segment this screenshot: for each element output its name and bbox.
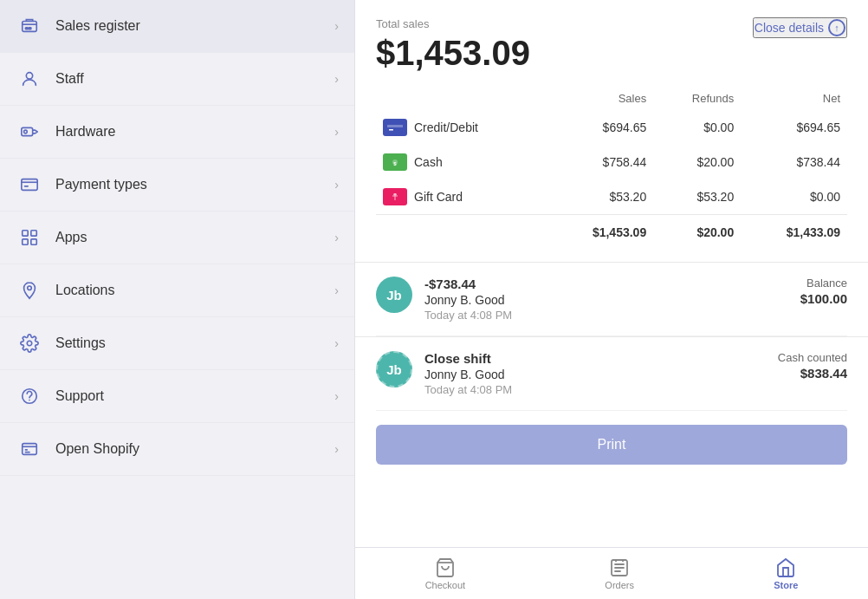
print-section: Print: [376, 411, 847, 482]
chevron-right-icon: ›: [334, 336, 339, 350]
apps-icon: [16, 224, 43, 251]
payment-type-gift: Gift Card: [383, 188, 540, 205]
cash-icon: $: [383, 153, 407, 171]
transaction-item-2: Jb Close shift Jonny B. Good Today at 4:…: [376, 337, 847, 411]
cash-net: $738.44: [741, 145, 847, 179]
gift-card-icon: [383, 188, 407, 205]
total-net-cell: $1,433.09: [741, 215, 847, 249]
cash-refunds: $20.00: [653, 145, 741, 179]
transaction-cash-counted-value: $838.44: [778, 366, 847, 381]
svg-rect-2: [29, 28, 31, 29]
transaction-amount-1: -$738.44: [424, 277, 800, 291]
sidebar-item-apps[interactable]: Apps ›: [0, 212, 354, 264]
total-sales-section: Total sales $1,453.09 Close details ↑: [376, 17, 847, 73]
sidebar-item-settings[interactable]: Settings ›: [0, 317, 354, 370]
checkout-nav-icon: [435, 557, 456, 578]
svg-point-5: [24, 130, 28, 133]
svg-rect-18: [389, 129, 393, 131]
svg-rect-6: [22, 179, 37, 191]
orders-nav-icon: [609, 557, 630, 578]
sidebar-item-support-label: Support: [55, 388, 334, 404]
support-icon: [16, 382, 43, 410]
col-header-sales: Sales: [547, 87, 653, 110]
chevron-right-icon: ›: [334, 19, 339, 33]
transaction-close-shift-label: Close shift: [424, 351, 778, 366]
chevron-right-icon: ›: [334, 442, 339, 456]
hardware-icon: [16, 118, 43, 146]
bottom-navigation: Checkout Orders Store: [355, 547, 868, 599]
staff-icon: [16, 65, 43, 93]
chevron-right-icon: ›: [334, 231, 339, 244]
sidebar: Sales register › Staff ›: [0, 0, 355, 599]
bottom-nav-store[interactable]: Store: [756, 554, 815, 594]
table-row-totals: $1,453.09 $20.00 $1,433.09: [376, 215, 847, 249]
location-icon: [16, 277, 43, 304]
sidebar-item-sales-register[interactable]: Sales register ›: [0, 0, 354, 53]
credit-debit-label: Credit/Debit: [414, 120, 478, 134]
transaction-cash-counted-label: Cash counted: [778, 351, 847, 364]
print-button[interactable]: Print: [376, 425, 847, 465]
sidebar-item-staff-label: Staff: [55, 71, 334, 87]
svg-rect-8: [31, 231, 36, 236]
credit-sales: $694.65: [547, 110, 653, 145]
payment-icon: [16, 171, 43, 199]
chevron-right-icon: ›: [334, 72, 339, 86]
gift-net: $0.00: [741, 179, 847, 215]
table-row-credit: Credit/Debit $694.65 $0.00 $694.65: [376, 110, 847, 145]
transaction-balance-label: Balance: [800, 277, 847, 290]
sidebar-item-sales-register-label: Sales register: [55, 18, 334, 34]
svg-rect-17: [387, 125, 403, 127]
close-details-icon: ↑: [828, 19, 845, 36]
sidebar-item-support[interactable]: Support ›: [0, 370, 354, 423]
credit-refunds: $0.00: [653, 110, 741, 145]
total-sales-label: Total sales: [376, 17, 530, 30]
sidebar-item-payment-types[interactable]: Payment types ›: [0, 159, 354, 212]
total-sales-cell: $1,453.09: [547, 215, 653, 249]
table-row-gift: Gift Card $53.20 $53.20 $0.00: [376, 179, 847, 215]
bottom-nav-checkout[interactable]: Checkout: [408, 554, 483, 594]
gift-sales: $53.20: [547, 179, 653, 215]
credit-debit-icon: [383, 119, 407, 136]
table-row-cash: $ Cash $758.44 $20.00 $738.44: [376, 145, 847, 179]
svg-rect-7: [23, 231, 28, 236]
sidebar-item-hardware-label: Hardware: [55, 124, 334, 140]
transaction-balance-value: $100.00: [800, 291, 847, 306]
payment-type-credit: Credit/Debit: [383, 119, 540, 136]
col-header-net: Net: [741, 87, 847, 110]
sidebar-item-locations[interactable]: Locations ›: [0, 264, 354, 317]
transaction-avatar-2: Jb: [376, 351, 412, 387]
chevron-right-icon: ›: [334, 125, 339, 139]
svg-rect-10: [31, 239, 36, 244]
transaction-name-2: Jonny B. Good: [424, 368, 778, 381]
sidebar-item-settings-label: Settings: [55, 335, 334, 351]
orders-nav-label: Orders: [605, 580, 634, 590]
chevron-right-icon: ›: [334, 283, 339, 297]
main-panel: Total sales $1,453.09 Close details ↑: [355, 0, 868, 547]
svg-point-12: [27, 341, 32, 346]
sidebar-item-staff[interactable]: Staff ›: [0, 53, 354, 106]
gift-refunds: $53.20: [653, 179, 741, 215]
store-nav-icon: [775, 557, 796, 578]
svg-rect-9: [23, 239, 28, 244]
transaction-time-2: Today at 4:08 PM: [424, 383, 778, 396]
svg-rect-0: [23, 22, 37, 32]
register-icon: [16, 12, 43, 40]
checkout-nav-label: Checkout: [425, 580, 465, 590]
sidebar-item-hardware[interactable]: Hardware ›: [0, 106, 354, 159]
transaction-info-2: Close shift Jonny B. Good Today at 4:08 …: [424, 351, 778, 396]
total-sales-value: $1,453.09: [376, 34, 530, 73]
chevron-right-icon: ›: [334, 389, 339, 403]
shopify-icon: [16, 435, 43, 463]
svg-rect-1: [25, 28, 28, 29]
bottom-nav-orders[interactable]: Orders: [587, 554, 651, 594]
close-details-button[interactable]: Close details ↑: [753, 17, 847, 38]
cash-sales: $758.44: [547, 145, 653, 179]
svg-point-14: [29, 400, 30, 400]
transaction-right-2: Cash counted $838.44: [778, 351, 847, 381]
sidebar-item-apps-label: Apps: [55, 230, 334, 245]
credit-net: $694.65: [741, 110, 847, 145]
col-header-refunds: Refunds: [653, 87, 741, 110]
close-details-label: Close details: [755, 21, 824, 35]
sidebar-item-open-shopify[interactable]: Open Shopify ›: [0, 423, 354, 476]
transaction-avatar-1: Jb: [376, 277, 412, 313]
